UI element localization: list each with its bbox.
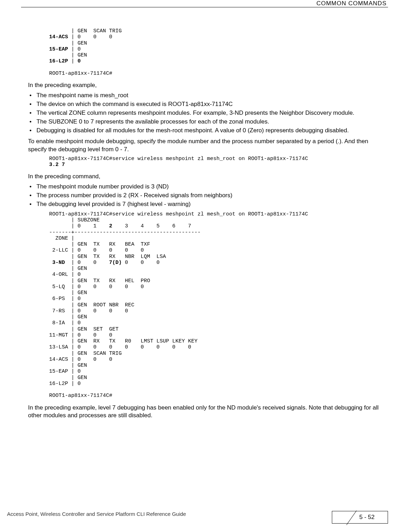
list-item: The meshpoint module number provided is … xyxy=(28,183,381,191)
code-line: | GEN SET GET xyxy=(49,326,119,332)
code-line: 6-PS | 0 xyxy=(49,296,81,302)
code-line: 2-LLC | 0 0 0 0 0 xyxy=(49,247,144,253)
code-line: 4-ORL | 0 xyxy=(49,272,81,278)
code-line: | GEN TX RX BEA TXF xyxy=(49,241,150,247)
code-line: | GEN xyxy=(49,266,87,272)
code-line: 13-LSA | 0 0 0 0 0 0 0 0 xyxy=(49,344,191,350)
list-item: The device on which the command is execu… xyxy=(28,100,381,108)
code-line: | GEN xyxy=(49,375,87,381)
code-line: 3 4 5 6 7 xyxy=(112,223,191,229)
code-line: ZONE | xyxy=(49,235,74,241)
code-line: ROOT1-ap81xx-71174C# xyxy=(49,71,112,77)
code-bold: 7(D) xyxy=(109,260,122,266)
code-line: | 0 0 0 xyxy=(68,34,112,40)
code-bold: 3-ND xyxy=(52,260,65,266)
list-item: Debugging is disabled for all modules fo… xyxy=(28,127,381,135)
code-line: | 0 xyxy=(68,46,81,52)
code-line: | GEN TX RX HEL PRO xyxy=(49,278,150,284)
code-line: | GEN SCAN TRIG xyxy=(49,28,122,34)
code-line: | 0 0 xyxy=(65,260,109,266)
code-bold: 0 xyxy=(78,58,81,64)
code-line: | GEN RX TX R0 LMST LSUP LKEY KEY xyxy=(49,338,198,344)
header-rule xyxy=(21,7,388,7)
bullet-list-b: The meshpoint module number provided is … xyxy=(28,183,381,208)
list-item: The meshpoint name is mesh_root xyxy=(28,92,381,100)
code-block-3: ROOT1-ap81xx-71174C#service wireless mes… xyxy=(49,211,381,399)
code-line: ROOT1-ap81xx-71174C#service wireless mes… xyxy=(49,156,311,162)
page-number: 5 - 52 xyxy=(359,514,374,521)
code-bold: 2 xyxy=(109,223,112,229)
code-line: ROOT1-ap81xx-71174C# xyxy=(49,393,112,399)
code-line: 11-MGT | 0 0 0 xyxy=(49,332,112,338)
footer: Access Point, Wireless Controller and Se… xyxy=(7,511,388,524)
code-bold: 16-L2P xyxy=(49,58,68,64)
paragraph: To enable meshpoint module debugging, sp… xyxy=(28,138,381,154)
list-item: The SUBZONE 0 to 7 represents the availa… xyxy=(28,118,381,126)
code-line: 5-LQ | 0 0 0 0 0 xyxy=(49,284,144,290)
footer-divider xyxy=(346,511,356,525)
code-line: 14-ACS | 0 0 0 xyxy=(49,357,112,363)
code-line: | GEN xyxy=(49,314,87,320)
code-line: | GEN TX RX NBR LQM LSA xyxy=(49,254,166,260)
paragraph: In the preceding command, xyxy=(28,173,381,181)
code-bold: 15-EAP xyxy=(49,46,68,52)
footer-page-box: 5 - 52 xyxy=(332,511,388,524)
code-line: 16-L2P | 0 xyxy=(49,381,81,387)
code-line: | GEN ROOT NBR REC xyxy=(49,302,134,308)
header-title: COMMON COMMANDS xyxy=(315,0,388,7)
list-item: The vertical ZONE column represents mesh… xyxy=(28,109,381,117)
footer-text: Access Point, Wireless Controller and Se… xyxy=(7,511,186,517)
code-line xyxy=(49,260,52,266)
code-line: | SUBZONE xyxy=(49,217,100,223)
code-line: 7-RS | 0 0 0 0 xyxy=(49,308,128,314)
code-line: | 0 1 xyxy=(49,223,109,229)
code-bold: 3.2 7 xyxy=(49,162,65,168)
code-block-1: | GEN SCAN TRIG 14-ACS | 0 0 0 | GEN 15-… xyxy=(49,28,381,77)
code-line: | xyxy=(68,58,78,64)
code-line: 0 0 0 xyxy=(122,260,160,266)
code-line: | GEN xyxy=(49,363,87,368)
code-line: | GEN xyxy=(49,40,87,46)
paragraph: In the preceding example, xyxy=(28,81,381,89)
code-line: | GEN xyxy=(49,290,87,296)
list-item: The debugging level provided is 7 (highe… xyxy=(28,200,381,208)
code-line: 15-EAP | 0 xyxy=(49,368,81,374)
code-line: 8-IA | 0 xyxy=(49,320,81,326)
code-line: -------+--------------------------------… xyxy=(49,230,201,235)
code-bold: 14-ACS xyxy=(49,34,68,40)
code-line: | GEN xyxy=(49,52,87,58)
code-line: | GEN SCAN TRIG xyxy=(49,351,122,357)
page-content: | GEN SCAN TRIG 14-ACS | 0 0 0 | GEN 15-… xyxy=(28,28,381,422)
bullet-list-a: The meshpoint name is mesh_root The devi… xyxy=(28,92,381,135)
code-line: ROOT1-ap81xx-71174C#service wireless mes… xyxy=(49,211,308,217)
paragraph: In the preceding example, level 7 debugg… xyxy=(28,404,381,420)
code-block-2: ROOT1-ap81xx-71174C#service wireless mes… xyxy=(49,156,381,168)
list-item: The process number provided is 2 (RX - R… xyxy=(28,192,381,200)
